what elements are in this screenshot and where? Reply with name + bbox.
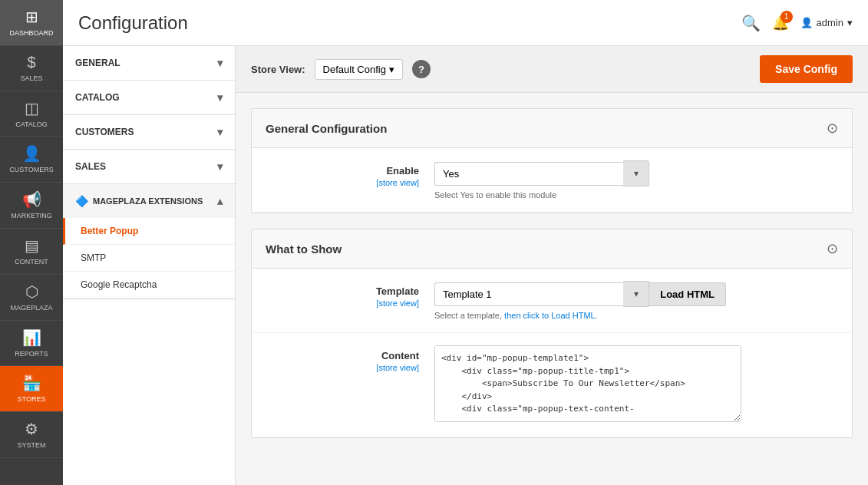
customers-section-header[interactable]: CUSTOMERS ▾ [63, 115, 235, 149]
topbar: Configuration 🔍 🔔 1 👤 admin ▾ [63, 0, 868, 46]
content-field-row: Content [store view] <div id="mp-popup-t… [252, 333, 852, 437]
topbar-right: 🔍 🔔 1 👤 admin ▾ [741, 14, 853, 32]
sidebar-item-sales-label: SALES [20, 74, 42, 83]
marketing-icon: 📢 [22, 190, 41, 209]
content-label-col: Content [store view] [266, 345, 434, 372]
sidebar-item-reports-label: REPORTS [15, 350, 48, 358]
sidebar-item-mageplaza[interactable]: ⬡ MAGEPLAZA [0, 275, 63, 321]
sidebar-item-content[interactable]: ▤ CONTENT [0, 229, 63, 275]
config-sidebar: GENERAL ▾ CATALOG ▾ CUSTOMERS ▾ [63, 46, 236, 485]
catalog-icon: ◫ [25, 99, 39, 117]
template-hint-link[interactable]: then click to Load HTML. [504, 311, 598, 320]
mageplaza-m-icon: 🔷 [75, 195, 88, 207]
system-icon: ⚙ [25, 420, 38, 438]
general-config-title: General Configuration [266, 122, 387, 135]
config-section-sales: SALES ▾ [63, 150, 235, 184]
sidebar-item-content-label: CONTENT [15, 258, 48, 266]
catalog-chevron-icon: ▾ [217, 91, 223, 104]
content-textarea[interactable]: <div id="mp-popup-template1"> <div class… [434, 345, 741, 422]
notifications-icon[interactable]: 🔔 1 [772, 15, 789, 31]
sidebar-item-dashboard-label: DASHBOARD [9, 29, 53, 38]
reports-icon: 📊 [22, 328, 41, 347]
submenu-item-google-recaptcha[interactable]: Google Recaptcha [63, 272, 235, 299]
sales-icon: $ [27, 54, 35, 71]
sales-section-label: SALES [75, 161, 106, 172]
main-area: Configuration 🔍 🔔 1 👤 admin ▾ GENERAL ▾ [63, 0, 868, 485]
general-section-header[interactable]: GENERAL ▾ [63, 46, 235, 80]
sidebar-item-reports[interactable]: 📊 REPORTS [0, 321, 63, 367]
stores-icon: 🏪 [22, 374, 41, 392]
sidebar-item-stores[interactable]: 🏪 STORES [0, 366, 63, 412]
sidebar-item-system[interactable]: ⚙ SYSTEM [0, 412, 63, 458]
admin-user-menu[interactable]: 👤 admin ▾ [800, 17, 853, 28]
customers-chevron-icon: ▾ [217, 126, 223, 138]
content-area: GENERAL ▾ CATALOG ▾ CUSTOMERS ▾ [63, 46, 868, 485]
sidebar-item-catalog[interactable]: ◫ CATALOG [0, 91, 63, 137]
store-view-dropdown-icon: ▾ [389, 64, 394, 75]
notification-badge: 1 [781, 11, 793, 23]
mageplaza-submenu: Better Popup SMTP Google Recaptcha [63, 218, 235, 299]
customers-section-label: CUSTOMERS [75, 127, 134, 137]
config-main: Store View: Default Config ▾ ? Save Conf… [236, 46, 868, 485]
help-icon[interactable]: ? [412, 60, 431, 78]
enable-label-col: Enable [store view] [266, 160, 434, 187]
template-select[interactable]: Template 1 Template 2 Template 3 [434, 282, 623, 306]
enable-field-label: Enable [386, 165, 419, 177]
enable-select-arrow[interactable]: ▾ [623, 160, 649, 186]
submenu-item-smtp[interactable]: SMTP [63, 245, 235, 272]
page-title: Configuration [78, 12, 188, 34]
template-field-label: Template [376, 285, 419, 297]
config-section-customers: CUSTOMERS ▾ [63, 115, 235, 150]
search-icon[interactable]: 🔍 [741, 14, 761, 32]
template-field-scope: [store view] [266, 299, 419, 308]
catalog-section-header[interactable]: CATALOG ▾ [63, 81, 235, 114]
customers-icon: 👤 [22, 144, 41, 163]
template-select-wrap: Template 1 Template 2 Template 3 ▾ [434, 281, 649, 307]
config-section-mageplaza: 🔷 MAGEPLAZA EXTENSIONS ▴ Better Popup SM… [63, 184, 235, 299]
mageplaza-title-row: 🔷 MAGEPLAZA EXTENSIONS [75, 195, 203, 207]
admin-dropdown-icon: ▾ [847, 17, 853, 28]
store-view-select[interactable]: Default Config ▾ [315, 59, 403, 80]
sales-chevron-icon: ▾ [217, 160, 223, 173]
enable-select-wrapper: Yes No ▾ [434, 160, 649, 186]
template-select-arrow[interactable]: ▾ [623, 281, 649, 307]
what-to-show-panel: What to Show ⊙ Template [store view] Tem… [251, 229, 853, 438]
sidebar-item-sales[interactable]: $ SALES [0, 46, 63, 91]
store-view-bar: Store View: Default Config ▾ ? Save Conf… [236, 46, 868, 93]
sales-section-header[interactable]: SALES ▾ [63, 150, 235, 183]
sidebar-item-customers[interactable]: 👤 CUSTOMERS [0, 137, 63, 183]
general-config-panel-header: General Configuration ⊙ [252, 109, 852, 148]
store-view-label: Store View: [251, 64, 305, 75]
config-section-catalog: CATALOG ▾ [63, 81, 235, 115]
sidebar: ⊞ DASHBOARD $ SALES ◫ CATALOG 👤 CUSTOMER… [0, 0, 63, 485]
what-to-show-header: What to Show ⊙ [252, 229, 852, 269]
sidebar-item-dashboard[interactable]: ⊞ DASHBOARD [0, 0, 63, 46]
sidebar-item-catalog-label: CATALOG [15, 120, 48, 129]
dashboard-icon: ⊞ [25, 8, 38, 26]
mageplaza-chevron-icon: ▴ [217, 195, 223, 207]
catalog-section-label: CATALOG [75, 92, 120, 103]
sidebar-item-marketing-label: MARKETING [11, 212, 52, 220]
save-config-button[interactable]: Save Config [760, 55, 853, 83]
enable-field-scope: [store view] [266, 178, 419, 187]
mageplaza-section-label: MAGEPLAZA EXTENSIONS [93, 196, 203, 206]
sidebar-item-marketing[interactable]: 📢 MARKETING [0, 183, 63, 229]
general-chevron-icon: ▾ [217, 57, 223, 69]
what-to-show-title: What to Show [266, 242, 342, 256]
template-label-col: Template [store view] [266, 281, 434, 308]
general-config-panel: General Configuration ⊙ Enable [store vi… [251, 108, 853, 213]
store-view-value: Default Config [323, 64, 386, 75]
template-hint: Select a template, then click to Load HT… [434, 311, 838, 320]
sidebar-item-stores-label: STORES [18, 395, 46, 404]
content-field-label: Content [381, 350, 419, 361]
enable-select[interactable]: Yes No [434, 162, 623, 186]
mageplaza-section-header[interactable]: 🔷 MAGEPLAZA EXTENSIONS ▴ [63, 184, 235, 218]
admin-label: admin [817, 17, 843, 28]
what-to-show-collapse-icon[interactable]: ⊙ [827, 240, 838, 257]
mageplaza-icon: ⬡ [25, 282, 38, 301]
submenu-item-better-popup[interactable]: Better Popup [63, 218, 235, 245]
general-section-label: GENERAL [75, 58, 120, 68]
load-html-button[interactable]: Load HTML [649, 282, 726, 306]
general-collapse-icon[interactable]: ⊙ [827, 120, 838, 137]
enable-hint: Select Yes to enable this module [434, 190, 838, 200]
